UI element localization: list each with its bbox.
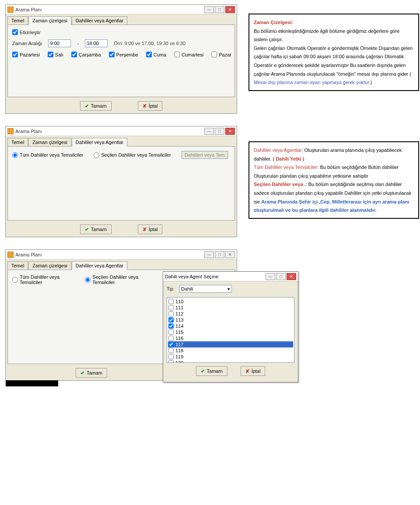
window-title: Arama Planı — [15, 252, 204, 257]
maximize-button[interactable]: □ — [215, 251, 224, 258]
tabbar: Temel Zaman çizelgesi Dahililer veya Age… — [6, 14, 237, 25]
dialog-select-extension: Dahili veya Agent Seçme — □ ✕ Tip Dahili… — [163, 271, 298, 382]
radio-selected[interactable]: Seçilen Dahililer veya Temsilciler — [85, 274, 153, 285]
cancel-button[interactable]: ✘İptal — [241, 366, 266, 376]
check-icon: ✔ — [80, 370, 84, 376]
window-title: Arama Planı — [15, 7, 204, 12]
titlebar: Arama Planı — □ ✕ — [6, 126, 237, 136]
tab-basic[interactable]: Temel — [7, 138, 28, 147]
tab-panel: Tüm Dahililer veya Temsilciler Seçilen D… — [7, 146, 235, 221]
app-icon — [7, 128, 14, 134]
check-icon: ✔ — [85, 227, 89, 232]
tab-schedule[interactable]: Zaman çizelgesi — [28, 16, 71, 25]
x-icon: ✘ — [143, 103, 147, 109]
callout-extensions: Dahililer veya Agentlar: Oluşturulan ara… — [248, 141, 419, 219]
close-button[interactable]: ✕ — [225, 6, 235, 13]
close-button[interactable]: ✕ — [225, 251, 235, 258]
tab-extensions[interactable]: Dahililer veya Agentlar — [72, 138, 127, 147]
enable-checkbox[interactable]: Etkinleştir — [12, 29, 41, 35]
list-item[interactable]: 118 — [168, 347, 293, 354]
chevron-down-icon: ▾ — [228, 286, 230, 292]
minimize-button[interactable]: — — [266, 273, 275, 280]
maximize-button[interactable]: □ — [276, 273, 286, 280]
window-extensions: Arama Planı — □ ✕ Temel Zaman çizelgesi … — [5, 126, 237, 237]
list-item[interactable]: 111 — [168, 305, 293, 311]
titlebar: Arama Planı — □ ✕ — [6, 5, 237, 14]
maximize-button[interactable]: □ — [215, 6, 224, 13]
close-button[interactable]: ✕ — [287, 273, 296, 280]
radio-selected[interactable]: Seçilen Dahililer veya Temsilciler — [94, 152, 171, 158]
dialog-title: Dahili veya Agent Seçme — [165, 274, 266, 279]
list-item[interactable]: 116 — [168, 335, 293, 341]
ok-button[interactable]: ✔Tamam — [196, 366, 228, 376]
range-label: Zaman Aralığı — [12, 41, 42, 46]
cancel-button[interactable]: ✘İptal — [138, 224, 163, 234]
day-mon[interactable]: Pazartesi — [12, 52, 40, 57]
maximize-button[interactable]: □ — [215, 128, 224, 135]
day-fri[interactable]: Cuma — [146, 52, 166, 57]
tab-basic[interactable]: Temel — [7, 16, 28, 25]
list-item[interactable]: 113 — [168, 317, 293, 323]
bottom-bar — [6, 380, 58, 386]
type-select[interactable]: Dahili ▾ — [179, 285, 232, 293]
list-item[interactable]: 119 — [168, 354, 293, 360]
day-sat[interactable]: Cumartesi — [174, 52, 203, 57]
type-label: Tip — [167, 286, 173, 291]
tab-basic[interactable]: Temel — [7, 261, 28, 270]
app-icon — [7, 7, 14, 13]
tab-panel: Etkinleştir Zaman Aralığı - Örn: 9:00 ve… — [7, 25, 235, 97]
day-thu[interactable]: Perşembe — [109, 52, 138, 57]
x-icon: ✘ — [245, 368, 249, 374]
radio-all[interactable]: Tüm Dahililer veya Temsilciler — [12, 152, 83, 158]
list-item[interactable]: 117 — [168, 341, 293, 347]
close-button[interactable]: ✕ — [225, 128, 235, 135]
day-tue[interactable]: Salı — [48, 52, 63, 57]
check-icon: ✔ — [201, 368, 205, 374]
cancel-button[interactable]: ✘İptal — [138, 101, 163, 111]
day-wed[interactable]: Çarşamba — [71, 52, 101, 57]
list-item[interactable]: 114 — [168, 323, 293, 329]
callout-schedule: Zaman Çizelgesi: Bu bölümü etkinleştirdi… — [248, 14, 419, 91]
radio-all[interactable]: Tüm Dahililer veya Temsilciler — [12, 274, 74, 285]
ok-button[interactable]: ✔Tamam — [76, 368, 107, 378]
check-icon: ✔ — [85, 103, 89, 109]
minimize-button[interactable]: — — [204, 128, 214, 135]
window-title: Arama Planı — [15, 129, 204, 134]
tab-schedule[interactable]: Zaman çizelgesi — [28, 138, 71, 147]
dash: - — [77, 41, 79, 46]
tab-extensions[interactable]: Dahililer veya Agentlar — [72, 261, 127, 270]
titlebar: Dahili veya Agent Seçme — □ ✕ — [163, 272, 298, 281]
list-item[interactable]: 120 — [168, 360, 293, 363]
tabbar: Temel Zaman çizelgesi Dahililer veya Age… — [6, 136, 237, 147]
day-sun[interactable]: Pazar — [211, 52, 231, 57]
tabbar: Temel Zaman çizelgesi Dahililer veya Age… — [6, 260, 237, 270]
extension-listbox[interactable]: 110111112113114115116117118119120 — [167, 297, 294, 363]
tab-extensions[interactable]: Dahililer veya Agentlar — [72, 16, 127, 25]
time-to-input[interactable] — [85, 39, 108, 47]
ok-button[interactable]: ✔Tamam — [80, 101, 112, 111]
configure-button[interactable]: Dahilileri veya Tem — [182, 151, 228, 159]
x-icon: ✘ — [143, 227, 147, 232]
list-item[interactable]: 112 — [168, 311, 293, 317]
ok-button[interactable]: ✔Tamam — [80, 224, 112, 234]
tab-schedule[interactable]: Zaman çizelgesi — [28, 261, 71, 270]
list-item[interactable]: 110 — [168, 298, 293, 305]
minimize-button[interactable]: — — [204, 6, 214, 13]
app-icon — [7, 252, 14, 258]
minimize-button[interactable]: — — [204, 251, 214, 258]
titlebar: Arama Planı — □ ✕ — [6, 250, 237, 260]
time-from-input[interactable] — [48, 39, 71, 47]
window-timeplan: Arama Planı — □ ✕ Temel Zaman çizelgesi … — [5, 4, 237, 114]
time-example: Örn: 9:00 ve 17:00, 19:30 ve 6:30 — [114, 41, 186, 46]
list-item[interactable]: 115 — [168, 329, 293, 335]
